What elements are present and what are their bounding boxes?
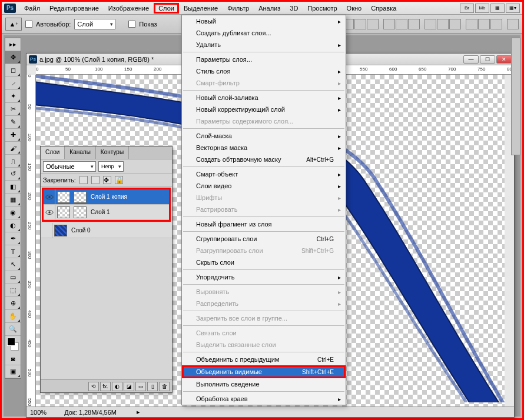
menu-item[interactable]: Слои видео <box>182 180 346 192</box>
3d-camera-tool[interactable]: ⊕ <box>5 297 21 310</box>
layer-row[interactable]: Слой 1 копия <box>44 189 169 205</box>
type-tool[interactable]: T <box>5 245 21 258</box>
align-icon[interactable] <box>424 19 436 29</box>
autoselect-checkbox[interactable] <box>25 21 32 28</box>
marquee-tool[interactable]: ◻ <box>5 64 21 77</box>
minimize-button[interactable]: — <box>463 55 479 64</box>
menu-item[interactable]: Создать дубликат слоя... <box>182 27 346 39</box>
menu-item[interactable]: Векторная маска <box>182 142 346 154</box>
menu-изображение[interactable]: Изображение <box>104 3 154 14</box>
doc-size[interactable]: Док: 1,28M/4,56M <box>64 409 117 416</box>
foreground-swatch[interactable] <box>7 338 15 346</box>
menu-item[interactable]: Новый слой-заливка <box>182 92 346 104</box>
menu-item[interactable]: Удалить <box>182 39 346 51</box>
crop-tool[interactable]: ✂ <box>5 103 21 116</box>
menu-item[interactable]: Новый корректирующий слой <box>182 104 346 115</box>
layer-row[interactable]: Слой 0 <box>41 223 172 238</box>
quickmask-toggle[interactable]: ◙ <box>5 352 21 365</box>
zoom-level[interactable]: 100% <box>30 409 47 416</box>
panel-tab[interactable]: Контуры <box>96 146 129 159</box>
menubar-icon[interactable]: Mb <box>475 4 489 13</box>
align-icon[interactable] <box>466 19 477 29</box>
layers-footer-icon[interactable]: ▯ <box>147 382 158 391</box>
brush-tool[interactable]: 🖌 <box>5 142 21 155</box>
panel-tab[interactable]: Слои <box>41 146 65 159</box>
layer-mask-thumbnail[interactable] <box>74 206 87 218</box>
menu-окно[interactable]: Окно <box>342 3 367 14</box>
layers-footer-icon[interactable]: 🗑 <box>159 382 170 391</box>
align-icon[interactable] <box>478 19 490 29</box>
healing-tool[interactable]: ✚ <box>5 129 21 142</box>
current-tool-indicator[interactable]: ▲+ <box>5 18 22 31</box>
align-icon[interactable] <box>367 19 379 29</box>
menu-item[interactable]: Скрыть слои <box>182 256 346 268</box>
layer-mask-thumbnail[interactable] <box>74 191 87 203</box>
menu-item[interactable]: Объединить видимыеShift+Ctrl+E <box>182 365 346 378</box>
3d-tool[interactable]: ⬚ <box>5 284 21 297</box>
blend-mode-dropdown[interactable]: Обычные <box>43 161 96 172</box>
layer-row[interactable]: Слой 1 <box>44 205 169 220</box>
menu-item[interactable]: Объединить с предыдущимCtrl+E <box>182 354 346 365</box>
color-swatches[interactable] <box>5 336 21 352</box>
menu-просмотр[interactable]: Просмотр <box>303 3 341 14</box>
menu-item[interactable]: Стиль слоя <box>182 65 346 77</box>
menu-item[interactable]: Слой-маска <box>182 130 346 142</box>
menubar-icon[interactable]: Br <box>460 4 474 13</box>
menu-файл[interactable]: Файл <box>19 3 45 14</box>
menu-item[interactable]: Выполнить сведение <box>182 378 346 390</box>
gradient-tool[interactable]: ▦ <box>5 194 21 206</box>
menubar-icon[interactable]: ▦ <box>490 4 505 13</box>
menu-слои[interactable]: Слои <box>154 3 179 14</box>
align-icon[interactable] <box>383 19 395 29</box>
menu-выделение[interactable]: Выделение <box>179 3 223 14</box>
menu-справка[interactable]: Справка <box>366 3 401 14</box>
menu-item[interactable]: Параметры слоя... <box>182 54 346 65</box>
layers-footer-icon[interactable]: ◪ <box>124 382 134 391</box>
autoselect-dropdown[interactable]: Слой <box>74 19 115 29</box>
wand-tool[interactable]: ✦ <box>5 90 21 103</box>
menu-3d[interactable]: 3D <box>285 3 303 14</box>
hand-tool[interactable]: ✋ <box>5 310 21 323</box>
menu-item[interactable]: Обработка краев <box>182 393 346 405</box>
visibility-toggle[interactable] <box>41 223 52 238</box>
path-tool[interactable]: ↖ <box>5 258 21 271</box>
menu-item[interactable]: Упорядочить <box>182 271 346 283</box>
menu-item[interactable]: Создать обтравочную маскуAlt+Ctrl+G <box>182 154 346 165</box>
menu-редактирование[interactable]: Редактирование <box>45 3 104 14</box>
align-icon[interactable] <box>396 19 407 29</box>
menu-item[interactable]: Новый <box>182 15 346 27</box>
blur-tool[interactable]: ◉ <box>5 206 21 219</box>
eyedropper-tool[interactable]: ✎ <box>5 116 21 129</box>
right-dock-strip[interactable] <box>511 38 520 155</box>
layers-footer-icon[interactable]: ◐ <box>112 382 122 391</box>
lock-transparency-icon[interactable] <box>79 176 88 184</box>
layers-footer-icon[interactable]: ⟲ <box>88 382 99 391</box>
align-icon[interactable] <box>507 19 519 29</box>
eraser-tool[interactable]: ◧ <box>5 181 21 194</box>
menu-item[interactable]: Новый фрагмент из слоя <box>182 218 346 230</box>
zoom-tool[interactable]: 🔍 <box>5 323 21 336</box>
menu-item[interactable]: Смарт-объект <box>182 168 346 180</box>
layer-thumbnail[interactable] <box>54 225 67 236</box>
align-icon[interactable] <box>354 19 366 29</box>
visibility-toggle[interactable] <box>44 205 55 219</box>
move-tool[interactable]: ✥ <box>5 51 21 64</box>
close-button[interactable]: ✕ <box>496 55 512 64</box>
menu-item[interactable]: Сгруппировать слоиCtrl+G <box>182 233 346 245</box>
stamp-tool[interactable]: ⎍ <box>5 155 21 168</box>
shape-tool[interactable]: ▭ <box>5 271 21 284</box>
screenmode-toggle[interactable]: ▣ <box>5 365 21 378</box>
show-checkbox[interactable] <box>128 21 135 28</box>
lock-position-icon[interactable]: ✥ <box>103 176 111 184</box>
layer-thumbnail[interactable] <box>57 191 70 203</box>
menu-анализ[interactable]: Анализ <box>254 3 285 14</box>
lock-pixels-icon[interactable] <box>91 176 100 184</box>
menu-фильтр[interactable]: Фильтр <box>223 3 254 14</box>
opacity-dropdown[interactable]: Непр <box>98 161 124 172</box>
align-icon[interactable] <box>437 19 449 29</box>
lock-all-icon[interactable]: 🔒 <box>115 176 123 184</box>
layers-footer-icon[interactable]: ▭ <box>135 382 146 391</box>
align-icon[interactable] <box>490 19 502 29</box>
layers-footer-icon[interactable]: fx. <box>100 382 111 391</box>
dodge-tool[interactable]: ◐ <box>5 219 21 232</box>
